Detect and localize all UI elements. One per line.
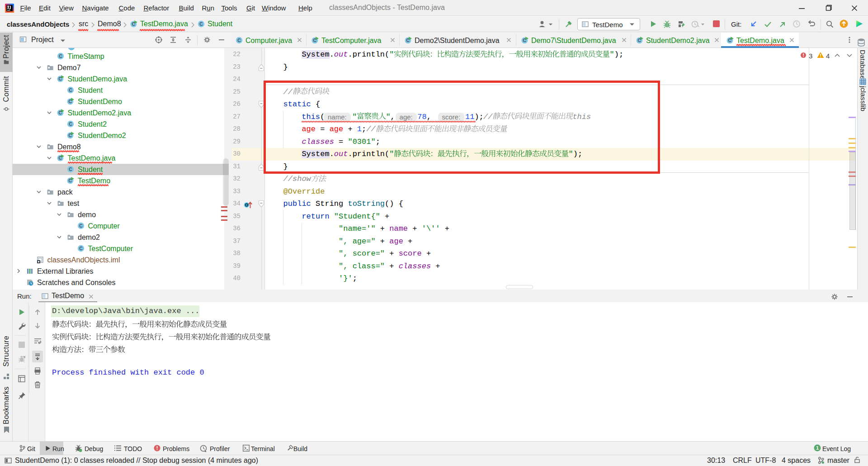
svg-text:C: C [237,38,241,43]
svg-text:C: C [313,38,317,43]
svg-text:C: C [58,76,62,81]
svg-text:C: C [79,246,83,251]
svg-text:C: C [69,166,72,172]
svg-text:C: C [132,21,136,27]
svg-text:C: C [199,21,203,27]
svg-text:C: C [79,223,83,228]
svg-text:C: C [69,121,72,127]
svg-text:C: C [728,38,732,43]
svg-text:C: C [406,38,410,43]
svg-text:1: 1 [816,445,819,451]
svg-text:C: C [69,99,72,104]
svg-text:C: C [58,110,62,115]
svg-text:C: C [69,87,72,93]
svg-text:C: C [523,38,527,43]
svg-text:C: C [59,53,62,59]
svg-text:C: C [69,133,72,138]
svg-text:C: C [638,38,642,43]
svg-text:C: C [58,155,62,161]
svg-text:C: C [69,178,72,183]
